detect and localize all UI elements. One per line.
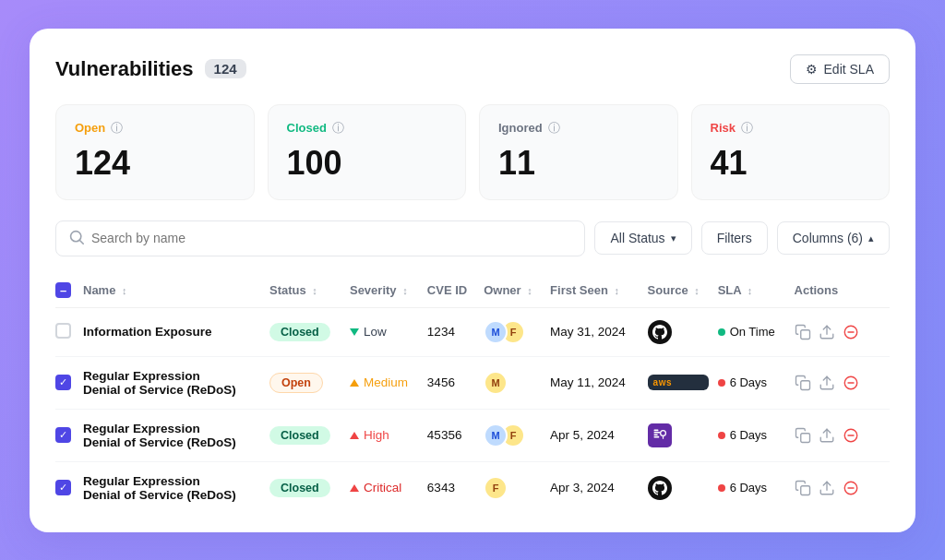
sort-owner-icon[interactable]: ↕ — [527, 285, 532, 296]
info-icon-ignored[interactable]: ⓘ — [548, 120, 560, 137]
severity-high-icon — [350, 432, 359, 439]
row-severity-cell: Critical — [350, 461, 427, 514]
edit-sla-button[interactable]: ⚙ Edit SLA — [790, 54, 890, 84]
severity-medium-icon — [350, 379, 359, 387]
row-checkbox[interactable] — [55, 427, 71, 443]
row-source-cell — [648, 461, 718, 514]
row-status-cell: Open — [269, 356, 350, 409]
row-source-cell — [648, 409, 718, 461]
svg-rect-11 — [653, 432, 659, 434]
row-severity-cell: Low — [350, 307, 427, 356]
row-status-cell: Closed — [269, 409, 350, 461]
remove-action-icon[interactable] — [843, 480, 859, 496]
table-row: Regular ExpressionDenial of Service (ReD… — [55, 356, 890, 409]
sla-dot — [718, 328, 725, 336]
row-name: Regular Expression — [83, 369, 200, 383]
table-wrap: Name ↕ Status ↕ Severity ↕ CVE ID Owner … — [55, 273, 890, 514]
stats-row: Open ⓘ 124 Closed ⓘ 100 Ignored ⓘ 11 Ris… — [55, 104, 890, 200]
row-status-cell: Closed — [269, 307, 350, 356]
sort-status-icon[interactable]: ↕ — [312, 285, 317, 296]
row-sla-cell: 6 Days — [718, 409, 795, 461]
col-status: Status — [269, 283, 306, 297]
svg-rect-13 — [653, 435, 659, 437]
edit-sla-label: Edit SLA — [824, 62, 874, 77]
col-owner: Owner — [484, 283, 520, 297]
col-name: Name — [83, 283, 115, 297]
status-badge: Closed — [269, 323, 330, 341]
sla-value: 6 Days — [730, 481, 767, 494]
copy-action-icon[interactable] — [795, 480, 811, 496]
sort-name-icon[interactable]: ↕ — [122, 285, 127, 296]
row-name-cell: Information Exposure — [83, 307, 269, 356]
avatar: F — [484, 476, 508, 500]
severity-label: High — [364, 428, 389, 442]
search-input[interactable] — [91, 231, 571, 245]
col-first-seen: First Seen — [550, 283, 608, 297]
copy-action-icon[interactable] — [795, 324, 811, 340]
export-action-icon[interactable] — [819, 427, 835, 444]
table-row: Information Exposure Closed Low 1234 MF … — [55, 307, 890, 356]
stat-label-risk: Risk — [711, 121, 736, 135]
stat-value-risk: 41 — [711, 144, 871, 183]
row-actions-cell — [795, 409, 890, 461]
info-icon-open[interactable]: ⓘ — [111, 120, 123, 137]
sla-value: 6 Days — [730, 428, 767, 442]
row-checkbox[interactable] — [55, 375, 71, 390]
row-checkbox[interactable] — [55, 480, 71, 495]
row-name-cell: Regular ExpressionDenial of Service (ReD… — [83, 461, 269, 514]
svg-rect-10 — [653, 429, 658, 431]
stat-value-open: 124 — [75, 144, 235, 183]
export-action-icon[interactable] — [819, 324, 835, 340]
sort-sla-icon[interactable]: ↕ — [748, 285, 753, 296]
stat-label-ignored: Ignored — [498, 121, 543, 135]
count-badge: 124 — [205, 59, 246, 78]
toolbar: All Status ▾ Filters Columns (6) ▴ — [55, 220, 890, 256]
row-name-cell: Regular ExpressionDenial of Service (ReD… — [83, 409, 269, 461]
export-action-icon[interactable] — [819, 480, 835, 496]
row-sla-cell: On Time — [718, 307, 795, 356]
row-name2: Denial of Service (ReDoS) — [83, 488, 236, 502]
chevron-up-icon: ▴ — [868, 232, 874, 244]
status-filter-button[interactable]: All Status ▾ — [594, 221, 691, 255]
columns-button[interactable]: Columns (6) ▴ — [777, 221, 890, 255]
row-name: Information Exposure — [83, 325, 212, 339]
row-name2: Denial of Service (ReDoS) — [83, 383, 236, 397]
info-icon-risk[interactable]: ⓘ — [741, 120, 753, 137]
table-row: Regular ExpressionDenial of Service (ReD… — [55, 409, 890, 461]
sla-dot — [718, 379, 725, 387]
row-actions-cell — [795, 461, 890, 514]
svg-rect-2 — [800, 329, 809, 339]
severity-critical-icon — [350, 484, 359, 492]
filters-button[interactable]: Filters — [701, 221, 768, 255]
sort-source-icon[interactable]: ↕ — [694, 285, 700, 296]
select-all-checkbox[interactable] — [55, 282, 71, 298]
gear-icon: ⚙ — [806, 62, 818, 77]
main-card: Vulnerabilities 124 ⚙ Edit SLA Open ⓘ 12… — [30, 29, 915, 532]
sla-value: 6 Days — [730, 375, 767, 389]
row-actions-cell — [795, 356, 890, 409]
remove-action-icon[interactable] — [843, 375, 859, 391]
svg-point-14 — [660, 430, 665, 435]
copy-action-icon[interactable] — [795, 427, 811, 444]
stat-card-risk: Risk ⓘ 41 — [691, 104, 891, 200]
row-cve-cell: 1234 — [427, 307, 484, 356]
row-first-seen-cell: Apr 3, 2024 — [550, 461, 648, 514]
copy-action-icon[interactable] — [795, 375, 811, 391]
sla-dot — [718, 484, 725, 492]
info-icon-closed[interactable]: ⓘ — [332, 120, 344, 137]
row-owner-cell: M — [484, 356, 550, 409]
remove-action-icon[interactable] — [843, 427, 859, 444]
sort-first-seen-icon[interactable]: ↕ — [615, 285, 620, 296]
sort-severity-icon[interactable]: ↕ — [402, 285, 408, 296]
columns-label: Columns (6) — [793, 231, 863, 245]
svg-rect-20 — [800, 485, 809, 494]
github-source-icon — [648, 476, 672, 500]
row-cve-cell: 3456 — [427, 356, 484, 409]
row-name: Regular Expression — [83, 474, 200, 488]
export-action-icon[interactable] — [819, 375, 835, 391]
search-box — [55, 220, 585, 256]
row-checkbox[interactable] — [55, 323, 71, 339]
stat-label-open: Open — [75, 121, 105, 135]
remove-action-icon[interactable] — [843, 324, 859, 340]
status-badge: Closed — [269, 479, 330, 497]
